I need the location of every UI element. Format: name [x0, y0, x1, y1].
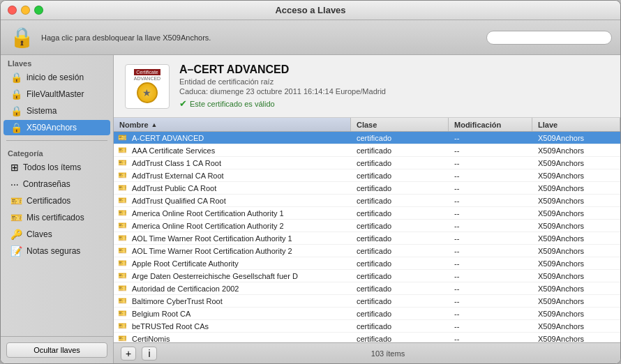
th-modificacion[interactable]: Modificación [449, 118, 532, 131]
sidebar-item-label: FileVaultMaster [27, 89, 84, 99]
row-cert-icon: 🎫 [114, 158, 126, 167]
table-row[interactable]: 🎫 Apple Root Certificate Authority certi… [114, 257, 620, 270]
sidebar-item-contrasenas[interactable]: ·∙· Contraseñas [3, 176, 110, 192]
maximize-button[interactable] [34, 6, 43, 15]
sidebar-item-todos[interactable]: ⊞ Todos los ítems [3, 160, 110, 175]
row-nombre: Apple Root Certificate Authority [126, 259, 351, 268]
table-row[interactable]: 🎫 Autoridad de Certificacion 2002 certif… [114, 282, 620, 295]
row-cert-icon: 🎫 [114, 146, 126, 155]
sidebar-item-label: Notas seguras [27, 246, 80, 256]
lock-icon: 🔒 [10, 26, 34, 49]
window-title: Acceso a Llaves [275, 5, 345, 15]
sidebar-item-label: Certificados [27, 196, 70, 206]
sidebar-item-x509anchors[interactable]: 🔒 X509Anchors [3, 120, 110, 135]
detail-valid-text: Este certificado es válido [190, 100, 275, 108]
row-mod: -- [449, 146, 532, 155]
table-row[interactable]: 🎫 AddTrust External CA Root certificado … [114, 169, 620, 182]
table-row[interactable]: 🎫 Baltimore CyberTrust Root certificado … [114, 295, 620, 308]
sidebar-item-notas[interactable]: 📝 Notas seguras [3, 243, 110, 259]
row-cert-icon: 🎫 [114, 321, 126, 331]
table-row[interactable]: 🎫 Arge Daten Oesterreichische Gesellscha… [114, 270, 620, 282]
row-llave: X509Anchors [532, 335, 620, 343]
toolbar-hint: Haga clic para desbloquear la llave X509… [41, 33, 479, 42]
minimize-button[interactable] [21, 6, 30, 15]
row-llave: X509Anchors [532, 134, 620, 142]
detail-subtitle: Entidad de certificación raíz [179, 77, 609, 86]
sidebar-item-sistema[interactable]: 🔒 Sistema [3, 103, 110, 119]
row-llave: X509Anchors [532, 146, 620, 155]
th-nombre[interactable]: Nombre ▲ [114, 118, 351, 131]
hide-llaves-button[interactable]: Ocultar llaves [6, 342, 107, 358]
sidebar-item-claves[interactable]: 🔑 Claves [3, 227, 110, 242]
cert-icon: 🎫 [10, 195, 22, 206]
th-mod-label: Modificación [454, 121, 501, 129]
row-mod: -- [449, 134, 532, 142]
table-row[interactable]: 🎫 AddTrust Public CA Root certificado --… [114, 182, 620, 195]
row-clase: certificado [351, 222, 449, 230]
row-llave: X509Anchors [532, 234, 620, 243]
lock-icon: 🔒 [10, 105, 22, 116]
row-llave: X509Anchors [532, 209, 620, 218]
sidebar-item-filevault[interactable]: 🔒 FileVaultMaster [3, 86, 110, 102]
info-button[interactable]: i [142, 347, 157, 361]
row-llave: X509Anchors [532, 159, 620, 167]
row-cert-icon: 🎫 [114, 133, 126, 142]
row-llave: X509Anchors [532, 272, 620, 280]
row-nombre: AddTrust Class 1 CA Root [126, 159, 351, 167]
row-mod: -- [449, 222, 532, 230]
th-clase[interactable]: Clase [351, 118, 449, 131]
sidebar-item-label: Sistema [27, 106, 57, 116]
row-llave: X509Anchors [532, 322, 620, 331]
row-cert-icon: 🎫 [114, 208, 126, 218]
row-clase: certificado [351, 209, 449, 218]
table-row[interactable]: 🎫 AOL Time Warner Root Certification Aut… [114, 245, 620, 257]
sidebar-item-label: X509Anchors [27, 123, 77, 132]
row-mod: -- [449, 297, 532, 305]
table-row[interactable]: 🎫 CertiNomis certificado -- X509Anchors [114, 333, 620, 342]
table-body[interactable]: 🎫 A-CERT ADVANCED certificado -- X509Anc… [114, 132, 620, 342]
sidebar-item-certificados[interactable]: 🎫 Certificados [3, 193, 110, 208]
table-row[interactable]: 🎫 AddTrust Qualified CA Root certificado… [114, 195, 620, 207]
close-button[interactable] [8, 6, 17, 15]
table-row[interactable]: 🎫 America Online Root Certification Auth… [114, 207, 620, 220]
sidebar-item-mis-certificados[interactable]: 🎫 Mis certificados [3, 210, 110, 225]
row-nombre: beTRUSTed Root CAs [126, 322, 351, 331]
table-row[interactable]: 🎫 AOL Time Warner Root Certification Aut… [114, 232, 620, 245]
sidebar-item-inicio[interactable]: 🔒 inicio de sesión [3, 70, 110, 85]
row-nombre: Baltimore CyberTrust Root [126, 297, 351, 305]
content-area: Certificate ADVANCED ★ A–CERT ADVANCED E… [114, 55, 620, 363]
lock-icon: 🔒 [10, 122, 22, 133]
row-mod: -- [449, 335, 532, 343]
row-nombre: CertiNomis [126, 335, 351, 343]
row-nombre: Belgium Root CA [126, 310, 351, 318]
cert-seal: ★ [137, 82, 158, 103]
row-mod: -- [449, 234, 532, 243]
sidebar-item-label: inicio de sesión [27, 73, 84, 82]
table-row[interactable]: 🎫 A-CERT ADVANCED certificado -- X509Anc… [114, 132, 620, 144]
row-llave: X509Anchors [532, 247, 620, 255]
lock-button[interactable]: 🔒 [9, 25, 34, 50]
table-row[interactable]: 🎫 beTRUSTed Root CAs certificado -- X509… [114, 320, 620, 333]
row-llave: X509Anchors [532, 297, 620, 305]
add-button[interactable]: + [121, 347, 136, 361]
table-row[interactable]: 🎫 AddTrust Class 1 CA Root certificado -… [114, 157, 620, 169]
sidebar-item-label: Contraseñas [23, 179, 70, 189]
table-row[interactable]: 🎫 America Online Root Certification Auth… [114, 220, 620, 232]
search-input[interactable] [486, 31, 612, 45]
table-row[interactable]: 🎫 Belgium Root CA certificado -- X509Anc… [114, 308, 620, 320]
row-clase: certificado [351, 310, 449, 318]
row-clase: certificado [351, 146, 449, 155]
th-llave[interactable]: Llave [532, 118, 620, 131]
row-cert-icon: 🎫 [114, 259, 126, 268]
row-nombre: AOL Time Warner Root Certification Autho… [126, 234, 351, 243]
row-clase: certificado [351, 322, 449, 331]
table-row[interactable]: 🎫 AAA Certificate Services certificado -… [114, 144, 620, 157]
titlebar: Acceso a Llaves [1, 1, 620, 20]
hide-button-area: Ocultar llaves [1, 336, 113, 363]
row-mod: -- [449, 159, 532, 167]
row-cert-icon: 🎫 [114, 246, 126, 255]
sidebar-item-label: Mis certificados [27, 213, 84, 222]
detail-expiry: Caduca: diumenge 23 octubre 2011 16:14:1… [179, 87, 609, 96]
table-header: Nombre ▲ Clase Modificación Llave [114, 118, 620, 132]
row-mod: -- [449, 197, 532, 205]
